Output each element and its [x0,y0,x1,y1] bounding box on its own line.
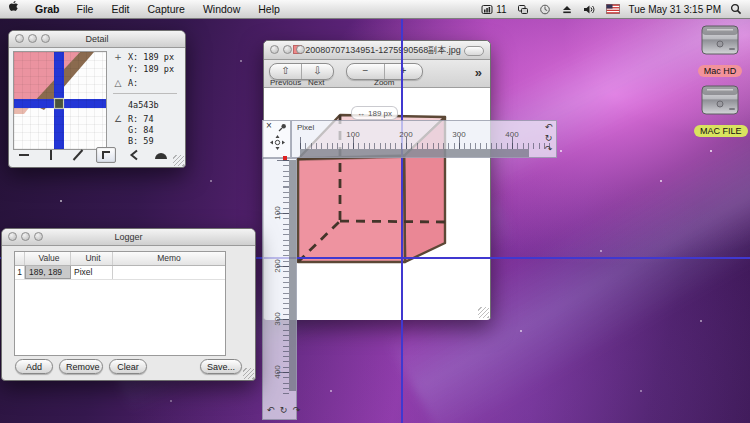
angle-tool[interactable] [125,148,143,162]
menu-item-file[interactable]: File [68,1,103,18]
screen: Mac HD MAC FILE 20080707134951-127599056… [0,0,750,423]
logger-window: Logger Value Unit Memo 1 189, 189 Pixel … [1,228,256,381]
zoom-out-button[interactable]: − [347,64,384,79]
status-input-source[interactable] [601,4,625,14]
column-header-value[interactable]: Value [25,252,71,265]
status-volume[interactable] [578,4,601,15]
vertical-ruler[interactable]: 100 200 300 400 ↶ ↻ ↷ [262,158,297,420]
menu-item-capture[interactable]: Capture [139,1,194,18]
previous-label: Previous [270,78,301,87]
zoom-button[interactable] [34,232,43,241]
desktop-icon-label[interactable]: Mac HD [698,65,743,77]
ruler-unit-label: Pixel [297,123,314,132]
save-button[interactable]: Save... [200,359,242,374]
zoom-in-button[interactable]: + [384,64,422,79]
alpha-triangle-icon: △ [113,78,123,88]
zoom-button[interactable] [41,34,50,43]
row-value-cell[interactable]: 189, 189 [25,266,71,279]
speaker-icon [583,4,596,15]
resize-grip[interactable] [478,307,489,318]
resize-grip[interactable] [243,368,254,379]
image-viewer-titlebar[interactable]: 20080707134951-1275990568副本.jpg [264,41,490,60]
desktop-icon-label[interactable]: MAC FILE [694,125,748,137]
ruler-close-icon[interactable]: × [266,120,272,131]
ruler-measure-bar[interactable] [289,160,296,391]
rotate-icon[interactable]: ↻ [543,133,554,144]
zoom-button[interactable] [296,45,305,54]
overlapping-windows-icon [517,4,529,15]
x-readout: X: 189 px [128,52,174,62]
ruler-measure-bar[interactable] [300,149,529,157]
menu-item-grab[interactable]: Grab [27,1,68,18]
remove-button[interactable]: Remove [59,359,103,374]
menu-bar-clock[interactable]: Tue May 31 3:15 PM [625,4,725,15]
toolbar-overflow-chevrons[interactable]: » [475,65,482,80]
window-title: Logger [114,232,142,242]
diagonal-line-tool[interactable] [69,148,87,162]
green-readout: G: 84 [128,125,154,135]
magnifier-view [13,51,107,150]
row-index: 1 [15,266,25,279]
add-button[interactable]: Add [15,359,53,374]
vertical-line-tool[interactable] [42,148,60,162]
logger-table[interactable]: Value Unit Memo 1 189, 189 Pixel [14,251,226,356]
logger-titlebar[interactable]: Logger [2,229,255,246]
column-header-memo[interactable]: Memo [113,252,225,265]
menu-item-help[interactable]: Help [249,1,289,18]
move-icon[interactable] [270,135,285,150]
close-button[interactable] [8,232,17,241]
eject-icon [561,4,573,15]
column-header-unit[interactable]: Unit [71,252,113,265]
desktop-icon-mac-file[interactable]: MAC FILE [694,84,746,138]
blue-readout: B: 59 [128,136,154,146]
toolbar-toggle-button[interactable] [464,46,484,56]
ruler-control-box[interactable]: × [262,120,291,158]
close-button[interactable] [270,45,279,54]
horizontal-line-tool[interactable] [15,148,33,162]
corner-tool[interactable] [96,147,116,163]
desktop-icon-mac-hd[interactable]: Mac HD [694,24,746,78]
image-viewer-toolbar: ⇧ ⇩ Previous Next − + Zoom » [264,60,490,88]
minimize-button[interactable] [28,34,37,43]
previous-button[interactable]: ⇧ [270,64,301,79]
menu-item-window[interactable]: Window [194,1,249,18]
rotate-cw-icon[interactable]: ↷ [291,405,302,416]
close-button[interactable] [15,34,24,43]
next-button[interactable]: ⇩ [301,64,333,79]
apple-menu[interactable] [0,0,27,18]
clear-button[interactable]: Clear [109,359,147,374]
status-eject[interactable] [556,4,578,15]
status-time-machine[interactable] [534,4,556,15]
table-header: Value Unit Memo [15,252,225,266]
minimize-button[interactable] [21,232,30,241]
divider [113,93,177,94]
spotlight[interactable] [725,3,750,15]
clock-icon [539,4,551,15]
rotate-icon[interactable]: ↻ [278,405,289,416]
horizontal-ruler[interactable]: Pixel 100 200 300 400 ↶ ↻ ↷ [291,120,557,158]
hex-color-readout: 4a543b [128,100,159,110]
vertical-crosshair-line[interactable] [401,18,403,423]
pin-icon[interactable] [278,123,287,132]
row-memo-cell[interactable] [113,266,225,279]
rotate-cw-icon[interactable]: ↷ [543,144,554,155]
status-sync[interactable] [512,4,534,15]
detail-window: Detail +X: 189 px Y: 189 px △A: 4a543b ∠… [8,30,186,168]
hard-drive-icon [699,24,741,56]
rotate-ccw-icon[interactable]: ↶ [543,122,554,133]
xy-crosshair-icon: + [113,52,123,62]
row-unit-cell[interactable]: Pixel [71,266,113,279]
detail-titlebar[interactable]: Detail [9,31,185,48]
arc-tool[interactable] [152,148,170,162]
measure-arrow-icon: ↔ [357,108,365,119]
menu-item-edit[interactable]: Edit [102,1,138,18]
resize-grip[interactable] [173,155,184,166]
minimize-button[interactable] [283,45,292,54]
angle-icon: ∠ [113,114,123,124]
status-meter[interactable]: 11 [476,4,511,15]
pixel-grid [14,52,106,149]
table-row[interactable]: 1 189, 189 Pixel [15,266,225,280]
rotate-ccw-icon[interactable]: ↶ [265,405,276,416]
ruler-rotate-controls: ↶ ↻ ↷ [265,405,302,416]
ruler-origin-marker [283,156,287,160]
